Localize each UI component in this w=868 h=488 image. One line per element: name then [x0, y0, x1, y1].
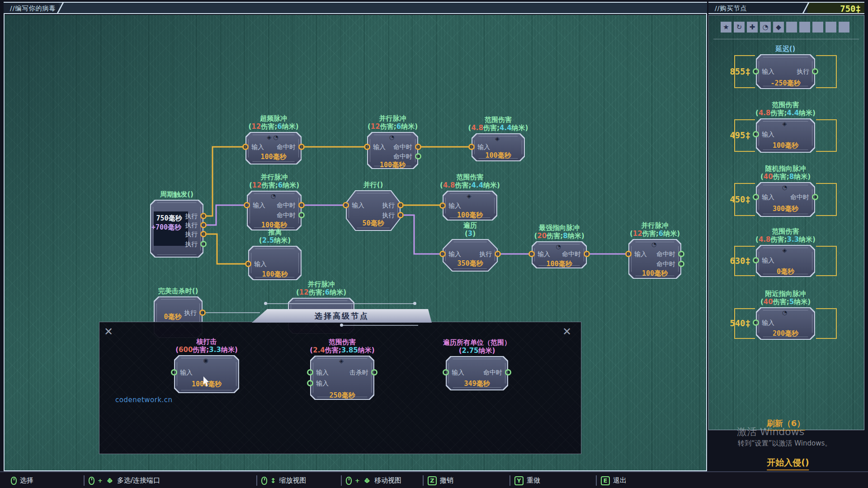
text-segment: 纳米)	[401, 122, 418, 131]
text-segment: 6	[396, 122, 401, 131]
toolbar-label: 移动视图	[374, 476, 401, 485]
parallel-fn-input-port[interactable]	[343, 202, 349, 208]
shop-random-directed-pulse-port-label: 输入	[762, 193, 774, 201]
overclock-pulse-output-port[interactable]	[298, 144, 305, 150]
text-segment: 3.3	[209, 346, 221, 354]
app-window: //编写你的病毒 周期触发()执行执行执行执行750毫秒+700毫秒超频脉冲(1…	[0, 0, 868, 488]
toolbar-hint-退出[interactable]: E退出	[601, 472, 627, 488]
text-segment: 纳米)	[512, 124, 528, 132]
area-damage-advanced-input-port[interactable]	[307, 380, 313, 386]
text-segment: 4.8	[443, 181, 455, 189]
text-segment: (	[459, 347, 462, 355]
push-away-input-port[interactable]	[245, 261, 251, 267]
shop-tab-icon-8[interactable]	[812, 22, 823, 33]
shop-tab-icon-1[interactable]: ★	[721, 22, 731, 33]
parallel-pulse-mid-input-port[interactable]	[244, 202, 250, 208]
area-damage-mid-duration: 100毫秒	[457, 211, 483, 220]
shop-area-damage-33-title: (4.8伤害;3.3纳米)	[755, 235, 816, 244]
parallel-pulse-hidden-title: 并行脉冲	[308, 280, 335, 288]
shop-tab-icon-2[interactable]: ↻	[734, 22, 745, 33]
text-segment: 遍历所有单位（范围）	[443, 338, 511, 347]
parallel-pulse-right-output-port[interactable]	[678, 251, 684, 257]
text-segment: (	[755, 109, 759, 117]
traverse-fn-port-label: 输入	[448, 250, 461, 258]
item-price: 855‡	[730, 66, 750, 76]
brand-watermark: codenetwork.cn	[115, 396, 173, 404]
parallel-pulse-top-port-label: 命中时	[393, 152, 412, 160]
shop-tab-icon-4[interactable]: ◔	[760, 22, 771, 33]
parallel-fn-output-port[interactable]	[397, 202, 404, 208]
overclock-pulse-title: (12伤害;6纳米)	[248, 122, 298, 131]
nuke-strike-input-port[interactable]	[171, 369, 177, 375]
text-segment: 12	[299, 288, 309, 296]
text-segment: 范围伤害	[485, 116, 512, 124]
parallel-pulse-mid-output-port[interactable]	[298, 202, 305, 208]
shop-area-damage-44-port-label: 输入	[762, 130, 774, 138]
dialog-deco-dot	[413, 302, 416, 305]
strongest-directed-pulse-output-port[interactable]	[584, 251, 590, 257]
nuke-strike-title: 核打击	[197, 338, 217, 346]
strongest-directed-pulse-port-label: 命中时	[562, 250, 581, 258]
cycle-trigger-output-port[interactable]	[200, 213, 207, 219]
parallel-pulse-top-output-port[interactable]	[415, 144, 421, 150]
text-segment: 6	[277, 122, 282, 131]
shop-random-directed-pulse-port-label: 命中时	[790, 193, 809, 201]
toolbar-hint-多选/连接端口[interactable]: +↔↕多选/连接端口	[89, 472, 160, 488]
text-segment: 4.4	[472, 181, 484, 189]
parallel-fn-output-port[interactable]	[397, 212, 404, 218]
strongest-directed-pulse-input-port[interactable]	[528, 251, 535, 257]
shop-tab-icon-5[interactable]: ◆	[773, 22, 784, 33]
perfect-kill-output-port[interactable]	[199, 310, 206, 316]
shop-tab-icon-3[interactable]: ✚	[747, 22, 758, 33]
parallel-pulse-right-input-port[interactable]	[625, 251, 632, 257]
move-arrows-icon: ↔↕	[363, 477, 371, 485]
parallel-fn-port-label: 输入	[352, 201, 364, 209]
toolbar-hint-撤销[interactable]: Z撤销	[428, 472, 453, 488]
cycle-trigger-output-port[interactable]	[200, 231, 207, 237]
overclock-pulse-input-port[interactable]	[242, 144, 249, 150]
parallel-pulse-mid-output-port[interactable]	[298, 212, 305, 218]
traverse-fn-title: 遍历	[463, 221, 477, 230]
parallel-pulse-right-port-label: 输入	[634, 250, 647, 258]
text-segment: 伤害;	[380, 122, 396, 131]
text-segment: 纳米)	[479, 347, 495, 355]
toolbar-hint-重做[interactable]: Y重做	[514, 472, 540, 488]
start-intrusion-button[interactable]: 开始入侵()	[767, 457, 809, 470]
shop-tab-icon-7[interactable]	[799, 22, 810, 33]
traverse-all-units-input-port[interactable]	[443, 369, 449, 375]
shop-tab-icon-9[interactable]	[826, 22, 836, 33]
text-segment: (	[259, 236, 262, 244]
shop-tab-icon-10[interactable]	[839, 22, 849, 33]
cycle-trigger-output-port[interactable]	[200, 241, 207, 247]
cycle-trigger-output-port[interactable]	[200, 222, 207, 228]
parallel-pulse-top-input-port[interactable]	[364, 144, 370, 150]
traverse-all-units-output-port[interactable]	[505, 369, 511, 375]
parallel-pulse-top-output-port[interactable]	[415, 153, 421, 160]
text-segment: 并行()	[363, 181, 383, 189]
strongest-directed-pulse-duration: 100毫秒	[546, 260, 572, 268]
text-segment: 纳米)	[568, 232, 585, 240]
text-segment: 5	[789, 298, 794, 306]
traverse-fn-input-port[interactable]	[439, 251, 446, 257]
text-segment: 8	[563, 232, 567, 240]
toolbar-hint-缩放视图[interactable]: ↕缩放视图	[261, 472, 307, 488]
toolbar-hint-移动视图[interactable]: +↔↕移动视图	[346, 472, 401, 488]
push-away-duration: 100毫秒	[262, 270, 288, 279]
text-segment: 6	[659, 230, 663, 238]
toolbar-hint-选择[interactable]: 选择	[11, 472, 33, 488]
toolbar-divider	[341, 475, 342, 486]
parallel-pulse-mid-port-label: 输入	[253, 201, 265, 209]
traverse-fn-output-port[interactable]	[495, 251, 501, 257]
currency-balance: 750‡	[840, 4, 861, 14]
parallel-pulse-right-output-port[interactable]	[678, 261, 684, 267]
parallel-pulse-mid-title: 并行脉冲	[261, 173, 288, 181]
area-damage-mid-input-port[interactable]	[439, 202, 446, 209]
area-damage-advanced-output-port[interactable]	[371, 369, 377, 375]
activate-windows-subtext: 转到“设置”以激活 Windows。	[738, 439, 831, 448]
perfect-kill-port-label: 执行	[184, 309, 197, 317]
shop-tab-icon-6[interactable]	[786, 22, 797, 33]
area-damage-top-input-port[interactable]	[468, 144, 475, 150]
area-damage-advanced-input-port[interactable]	[307, 369, 313, 375]
text-segment: 并行脉冲	[261, 173, 288, 181]
parallel-pulse-top-node-icon: ◔	[389, 134, 396, 141]
